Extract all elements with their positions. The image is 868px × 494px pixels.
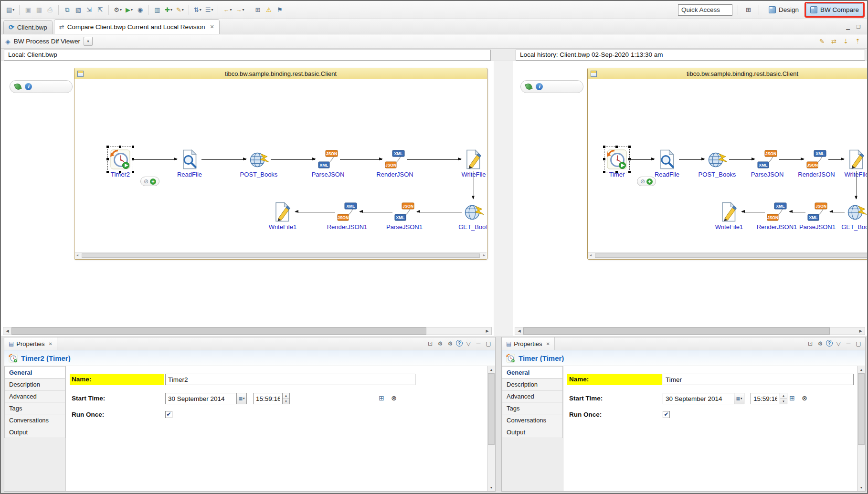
activity-node-post_books[interactable]: POST_Books <box>236 149 282 178</box>
annotation-icon[interactable] <box>14 83 22 91</box>
flow-arrow[interactable] <box>857 171 857 199</box>
warning-icon[interactable]: ⚠ <box>264 5 274 15</box>
activity-node-post_books[interactable]: POST_Books <box>694 149 740 178</box>
run-once-checkbox[interactable]: ✔ <box>663 411 670 418</box>
run-once-checkbox[interactable]: ✔ <box>165 411 172 418</box>
flow-arrow[interactable] <box>340 159 382 160</box>
back-icon[interactable]: ←▾ <box>222 5 233 15</box>
flow-arrow[interactable] <box>679 159 704 160</box>
start-time-input[interactable] <box>253 393 283 404</box>
properties-tab-general[interactable]: General <box>4 366 65 378</box>
activity-node-readfile[interactable]: ReadFile <box>644 149 690 178</box>
properties-tab-tags[interactable]: Tags <box>4 402 65 414</box>
scroll-down-icon[interactable]: ▼ <box>857 484 865 491</box>
export-icon[interactable]: ⇱ <box>95 5 105 15</box>
minimize-icon[interactable]: ▁ <box>843 23 853 31</box>
scroll-up-icon[interactable]: ▲ <box>487 366 495 373</box>
add-activity-icon[interactable]: + <box>646 179 653 185</box>
flow-arrow[interactable] <box>407 159 461 160</box>
flow-arrow[interactable] <box>779 159 804 160</box>
help-icon[interactable]: ? <box>826 340 833 347</box>
viewer-dropdown-button[interactable]: ▾ <box>84 37 93 46</box>
close-icon[interactable]: ✕ <box>210 24 214 30</box>
scroll-left-icon[interactable]: ◂ <box>76 253 78 257</box>
flow-arrow[interactable] <box>132 159 177 160</box>
reset-icon[interactable]: ⊗ <box>390 394 398 402</box>
activity-node-timer2[interactable]: Timer2 <box>97 149 143 178</box>
spin-up-icon[interactable]: ▲ <box>780 393 787 399</box>
flow-arrow[interactable] <box>830 212 845 212</box>
tab-compare-revision[interactable]: ⇄ Compare Client.bwp Current and Local R… <box>54 19 220 34</box>
scroll-track[interactable] <box>523 327 857 335</box>
spin-down-icon[interactable]: ▼ <box>283 399 289 404</box>
scroll-thumb[interactable] <box>11 327 426 335</box>
scroll-thumb[interactable] <box>595 253 867 258</box>
gear-icon[interactable]: ⚙ <box>816 339 825 348</box>
view-menu-icon[interactable]: ▽ <box>834 339 843 348</box>
scroll-left-icon[interactable]: ◀ <box>3 327 11 335</box>
flow-arrow[interactable] <box>271 159 315 160</box>
tab-properties[interactable]: ▤ Properties ✕ <box>502 337 555 350</box>
add-activity-icon[interactable]: + <box>150 179 156 185</box>
activity-node-timer[interactable]: Timer <box>594 149 640 178</box>
start-date-input[interactable] <box>663 393 734 404</box>
vertical-scrollbar[interactable]: ▲ ▼ <box>487 366 495 491</box>
wand-icon[interactable]: ✎▾ <box>175 5 185 15</box>
filter-icon[interactable]: ☰▾ <box>204 5 215 15</box>
activity-node-renderjson1[interactable]: XML JSONRenderJSON1 <box>324 201 370 231</box>
module-property-icon[interactable]: ⊞ <box>377 394 386 402</box>
tab-client-bwp[interactable]: ⟳ Client.bwp <box>3 20 53 34</box>
activity-node-renderjson[interactable]: XML JSONRenderJSON <box>372 149 418 178</box>
flow-arrow[interactable] <box>629 159 654 160</box>
spin-down-icon[interactable]: ▼ <box>780 399 787 404</box>
module-property-icon[interactable]: ⊞ <box>788 394 796 402</box>
minimize-icon[interactable]: ─ <box>474 339 483 348</box>
properties-tab-output[interactable]: Output <box>4 426 65 438</box>
run-icon[interactable]: ▶▾ <box>124 5 134 15</box>
time-spinner[interactable]: ▲ ▼ <box>780 393 787 404</box>
flow-arrow[interactable] <box>790 212 805 212</box>
next-difference-icon[interactable]: ⇣ <box>841 36 851 47</box>
properties-tab-tags[interactable]: Tags <box>502 402 563 414</box>
scroll-thumb[interactable] <box>858 373 865 445</box>
start-time-input[interactable] <box>751 393 780 404</box>
flow-arrow[interactable] <box>729 159 754 160</box>
flow-arrow[interactable] <box>828 159 844 160</box>
activity-node-parsejson[interactable]: JSON XMLParseJSON <box>744 149 790 178</box>
flow-arrow[interactable] <box>360 212 392 212</box>
vertical-scrollbar[interactable]: ▲ ▼ <box>857 366 865 491</box>
flow-arrow[interactable] <box>296 212 335 212</box>
scroll-track[interactable] <box>11 327 483 335</box>
scroll-down-icon[interactable]: ▼ <box>487 484 495 491</box>
paste-icon[interactable]: ▧ <box>73 5 83 15</box>
properties-tab-conversations[interactable]: Conversations <box>4 414 65 426</box>
restore-icon[interactable]: ⊡ <box>806 339 815 348</box>
activity-node-get_book[interactable]: GET_Book <box>451 201 487 231</box>
save-all-icon[interactable]: ▦ <box>34 5 44 15</box>
properties-tab-advanced[interactable]: Advanced <box>502 390 563 402</box>
canvas-scrollbar[interactable]: ◂ ▸ <box>75 252 487 259</box>
activity-node-writefile1[interactable]: WriteFile1 <box>706 201 752 231</box>
horizontal-scrollbar[interactable]: ◀ ▶ <box>515 327 865 335</box>
maximize-icon[interactable]: ▢ <box>854 339 863 348</box>
close-icon[interactable]: ✕ <box>49 341 53 347</box>
chart-icon[interactable]: ▥ <box>152 5 162 15</box>
scroll-right-icon[interactable]: ▸ <box>483 253 485 257</box>
scroll-left-icon[interactable]: ◀ <box>515 327 523 335</box>
coverage-icon[interactable]: ✚▾ <box>163 5 174 15</box>
spin-up-icon[interactable]: ▲ <box>283 393 289 399</box>
properties-tab-conversations[interactable]: Conversations <box>502 414 563 426</box>
time-spinner[interactable]: ▲ ▼ <box>283 393 290 404</box>
open-perspective-icon[interactable]: ⊞ <box>743 5 753 15</box>
import-icon[interactable]: ⇲ <box>84 5 94 15</box>
view-menu-icon[interactable]: ▽ <box>464 339 473 348</box>
date-picker-button[interactable]: ▦ ▾ <box>734 393 744 404</box>
debug-icon[interactable]: ⚙▾ <box>112 5 123 15</box>
gear-icon[interactable]: ⚙ <box>446 339 455 348</box>
save-icon[interactable]: ▣ <box>23 5 33 15</box>
activity-node-renderjson[interactable]: XML JSONRenderJSON <box>794 149 839 178</box>
swap-panes-icon[interactable]: ⇄ <box>829 36 839 47</box>
profile-icon[interactable]: ◉ <box>135 5 145 15</box>
scroll-thumb[interactable] <box>523 327 830 335</box>
activity-node-parsejson1[interactable]: JSON XMLParseJSON1 <box>381 201 427 231</box>
